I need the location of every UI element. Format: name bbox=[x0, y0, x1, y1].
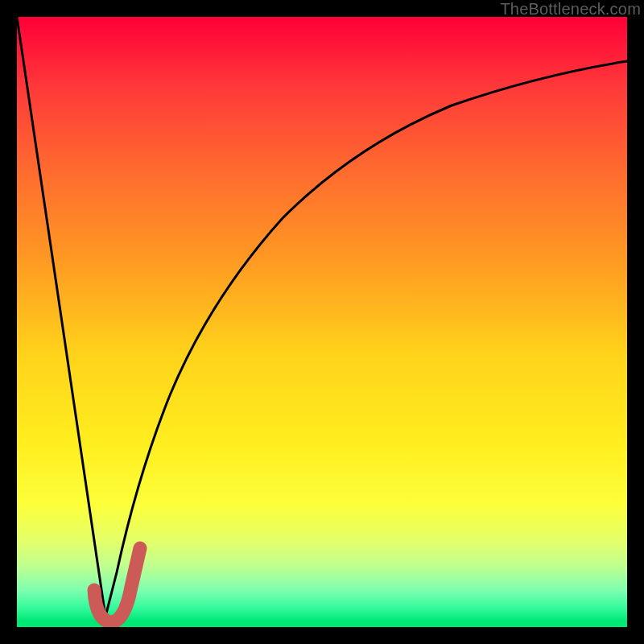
chart-plot-area bbox=[17, 17, 627, 627]
watermark-text: TheBottleneck.com bbox=[500, 0, 641, 19]
chart-series-descending-limb bbox=[17, 17, 105, 617]
chart-frame: TheBottleneck.com bbox=[0, 0, 644, 644]
chart-curves-svg bbox=[17, 17, 627, 627]
chart-series-ascending-limb bbox=[105, 61, 627, 617]
